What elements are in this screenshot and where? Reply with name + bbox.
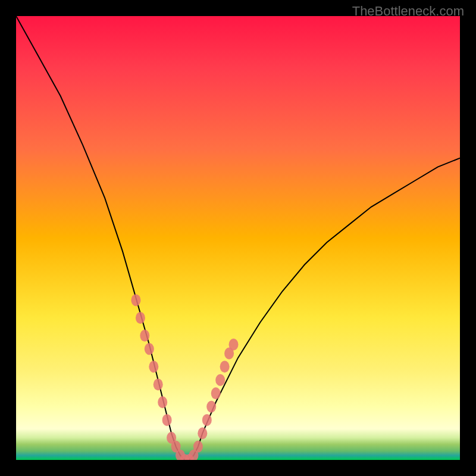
svg-point-2: [136, 312, 145, 324]
svg-point-6: [154, 378, 163, 390]
svg-point-7: [158, 396, 167, 408]
svg-point-4: [145, 343, 154, 355]
svg-point-18: [206, 401, 216, 413]
svg-point-20: [215, 374, 225, 386]
watermark-text: TheBottleneck.com: [352, 4, 464, 19]
svg-point-8: [162, 414, 172, 426]
svg-point-23: [229, 339, 239, 350]
svg-point-21: [220, 361, 230, 372]
chart-plot-area: [16, 16, 460, 460]
svg-point-3: [140, 330, 149, 342]
svg-point-15: [193, 441, 203, 453]
scatter-points: [16, 16, 460, 460]
svg-point-1: [131, 294, 140, 306]
svg-point-17: [202, 414, 212, 426]
svg-point-16: [198, 427, 207, 439]
svg-point-19: [211, 387, 221, 399]
svg-point-5: [149, 361, 158, 372]
